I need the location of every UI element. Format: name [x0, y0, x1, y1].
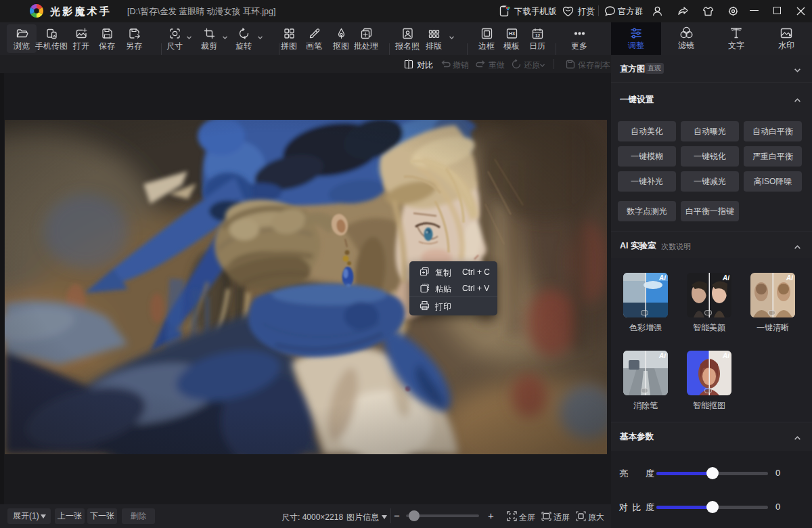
svg-text:H3: H3 [509, 31, 515, 36]
svg-text:12: 12 [535, 32, 540, 37]
